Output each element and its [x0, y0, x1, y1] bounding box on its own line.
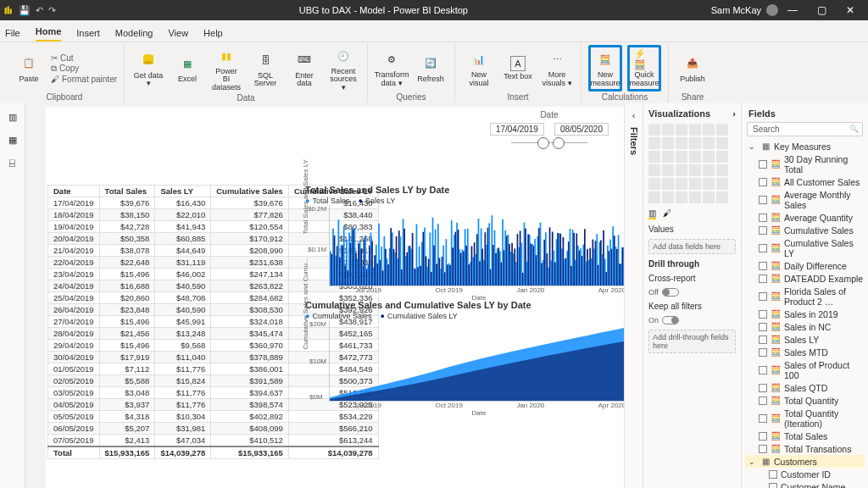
visual-type-icon[interactable]: [703, 178, 715, 190]
expand-icon[interactable]: ›: [732, 108, 736, 119]
quick-measure-button[interactable]: ⚡🧮Quick measure: [627, 45, 661, 92]
measure-item[interactable]: 🧮Total Quantity (Iteration): [745, 407, 865, 430]
keep-filters-toggle[interactable]: On: [648, 316, 736, 324]
model-view-icon[interactable]: ⌸: [9, 158, 15, 168]
visual-type-icon[interactable]: [689, 178, 701, 190]
filters-pane[interactable]: ‹ Filters: [624, 103, 643, 488]
table-row[interactable]: 06/05/2019$5,207$31,981$408,099$566,210: [48, 423, 379, 435]
save-icon[interactable]: 💾: [19, 5, 31, 16]
measure-item[interactable]: 🧮Average Quantity: [745, 211, 865, 224]
paste-button[interactable]: 📋Paste: [12, 52, 46, 85]
visual-type-icon[interactable]: [716, 178, 728, 190]
fields-tab-icon[interactable]: ▥: [648, 208, 656, 219]
visual-type-icon[interactable]: [689, 137, 701, 149]
format-painter-button[interactable]: 🖌 Format painter: [51, 75, 117, 84]
slicer-from[interactable]: 17/04/2019: [490, 123, 544, 136]
cut-button[interactable]: ✂ Cut: [51, 53, 117, 63]
table-header[interactable]: Cumulative Sales: [211, 186, 289, 197]
new-visual-button[interactable]: 📊New visual: [462, 47, 496, 89]
table-node[interactable]: ⌄▦Key Measures: [745, 140, 865, 152]
visual-type-icon[interactable]: [648, 124, 660, 136]
more-visuals-button[interactable]: ⋯More visuals ▾: [540, 47, 574, 89]
visual-type-icon[interactable]: [716, 137, 728, 149]
measure-item[interactable]: 🧮All Customer Sales: [745, 175, 865, 188]
visual-type-icon[interactable]: [662, 164, 674, 176]
measure-item[interactable]: 🧮DATEADD Example: [745, 272, 865, 285]
measure-item[interactable]: 🧮30 Day Running Total: [745, 152, 865, 175]
visual-type-icon[interactable]: [703, 151, 715, 163]
visual-type-icon[interactable]: [703, 164, 715, 176]
measure-item[interactable]: 🧮Sales in 2019: [745, 308, 865, 320]
avatar[interactable]: [766, 4, 778, 16]
measure-item[interactable]: 🧮Sales QTD: [745, 381, 865, 394]
drill-well[interactable]: Add drill-through fields here: [648, 330, 736, 353]
tab-home[interactable]: Home: [36, 23, 62, 42]
cross-report-toggle[interactable]: Off: [648, 288, 736, 297]
column-item[interactable]: Customer ID: [745, 468, 865, 480]
visual-type-icon[interactable]: [676, 164, 687, 176]
excel-button[interactable]: ▦Excel: [170, 52, 204, 85]
maximize-button[interactable]: ▢: [807, 4, 836, 16]
measure-item[interactable]: 🧮Sales MTD: [745, 346, 865, 358]
visual-type-icon[interactable]: [648, 137, 660, 149]
visual-type-icon[interactable]: [716, 124, 728, 136]
table-header[interactable]: Date: [48, 186, 100, 197]
tab-file[interactable]: File: [5, 25, 20, 42]
visual-type-icon[interactable]: [716, 164, 728, 176]
visual-type-icon[interactable]: [689, 151, 701, 163]
undo-icon[interactable]: ↶: [36, 5, 43, 16]
measure-item[interactable]: 🧮Cumulative Sales LY: [745, 236, 865, 259]
visual-type-icon[interactable]: [648, 178, 660, 190]
collapse-icon[interactable]: ‹: [632, 110, 636, 120]
measure-item[interactable]: 🧮Total Sales: [745, 430, 865, 442]
measure-item[interactable]: 🧮Florida Sales of Product 2 …: [745, 285, 865, 308]
visual-type-icon[interactable]: [648, 164, 660, 176]
format-tab-icon[interactable]: 🖌: [663, 208, 671, 219]
visual-type-icon[interactable]: [676, 191, 687, 203]
visual-gallery[interactable]: [648, 124, 736, 203]
visual-type-icon[interactable]: [662, 124, 674, 136]
search-input[interactable]: Search: [747, 122, 863, 136]
sql-button[interactable]: 🗄SQL Server: [248, 48, 282, 90]
redo-icon[interactable]: ↷: [48, 5, 56, 16]
measure-item[interactable]: 🧮Cumulative Sales: [745, 224, 865, 236]
table-node[interactable]: ⌄▦Customers: [745, 455, 865, 468]
visual-type-icon[interactable]: [662, 151, 674, 163]
recent-sources-button[interactable]: 🕘Recent sources ▾: [326, 44, 360, 93]
visual-type-icon[interactable]: [689, 191, 701, 203]
visual-type-icon[interactable]: [662, 137, 674, 149]
measure-item[interactable]: 🧮Total Quantity: [745, 394, 865, 407]
table-header[interactable]: Sales LY: [155, 186, 211, 197]
column-item[interactable]: Customer Name: [745, 480, 865, 488]
visual-type-icon[interactable]: [689, 164, 701, 176]
chart-total-sales[interactable]: Total Sales and Sales LY by Date Total S…: [305, 185, 624, 302]
data-view-icon[interactable]: ▦: [8, 135, 17, 146]
visual-type-icon[interactable]: [676, 151, 687, 163]
close-button[interactable]: ✕: [836, 4, 865, 16]
user-name[interactable]: Sam McKay: [711, 5, 761, 15]
visual-type-icon[interactable]: [716, 191, 728, 203]
tab-insert[interactable]: Insert: [76, 25, 100, 42]
visual-type-icon[interactable]: [676, 137, 687, 149]
chart-cumulative[interactable]: Cumulative Sales and Cumulative Sales LY…: [305, 300, 624, 417]
tab-help[interactable]: Help: [203, 25, 223, 42]
tab-view[interactable]: View: [168, 25, 188, 42]
measure-item[interactable]: 🧮Sales LY: [745, 333, 865, 346]
visual-type-icon[interactable]: [676, 178, 687, 190]
date-slicer[interactable]: Date 17/04/2019 08/05/2020: [490, 110, 609, 143]
get-data-button[interactable]: Get data ▾: [131, 48, 165, 90]
visual-type-icon[interactable]: [716, 151, 728, 163]
visual-type-icon[interactable]: [662, 178, 674, 190]
visual-type-icon[interactable]: [676, 124, 687, 136]
measure-item[interactable]: 🧮Total Transations: [745, 442, 865, 455]
report-view-icon[interactable]: ▥: [8, 112, 17, 123]
measure-item[interactable]: 🧮Average Monthly Sales: [745, 188, 865, 211]
visual-type-icon[interactable]: [662, 191, 674, 203]
measure-item[interactable]: 🧮Sales of Product 100: [745, 358, 865, 381]
transform-data-button[interactable]: ⚙Transform data ▾: [375, 47, 409, 89]
slicer-slider[interactable]: [511, 142, 587, 143]
visual-type-icon[interactable]: [648, 151, 660, 163]
measure-item[interactable]: 🧮Sales in NC: [745, 320, 865, 333]
report-canvas[interactable]: Date 17/04/2019 08/05/2020 DateTotal Sal…: [25, 103, 624, 488]
table-row[interactable]: 07/05/2019$2,413$47,034$410,512$613,244: [48, 435, 379, 447]
